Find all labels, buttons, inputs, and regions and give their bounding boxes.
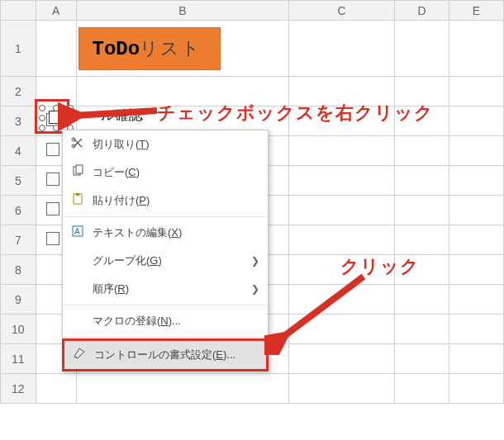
row-header-1[interactable]: 1 xyxy=(1,21,36,77)
format-icon xyxy=(73,347,86,360)
col-header-b[interactable]: B xyxy=(76,1,289,21)
context-menu: 切り取り(T) コピー(C) 貼り付け(P) A テキストの編集(X) グループ… xyxy=(62,130,269,371)
chevron-right-icon: ❯ xyxy=(251,255,259,267)
svg-rect-5 xyxy=(76,193,79,196)
paste-icon xyxy=(71,192,84,206)
col-header-c[interactable]: C xyxy=(289,1,395,21)
menu-copy-label: コピー(C) xyxy=(93,166,140,178)
col-header-e[interactable]: E xyxy=(449,1,503,21)
row-header-5[interactable]: 5 xyxy=(1,166,36,196)
checkbox-selected[interactable] xyxy=(42,108,70,128)
menu-edit-text-label: テキストの編集(X) xyxy=(93,226,182,239)
menu-order[interactable]: 順序(R) ❯ xyxy=(63,275,268,303)
checkbox-row5[interactable] xyxy=(46,173,59,186)
text-edit-icon: A xyxy=(71,225,84,238)
menu-cut-label: 切り取り(T) xyxy=(93,138,150,150)
row-header-7[interactable]: 7 xyxy=(1,225,36,255)
row-header-2[interactable]: 2 xyxy=(1,77,36,106)
menu-group-label: グループ化(G) xyxy=(93,254,162,267)
row-header-11[interactable]: 11 xyxy=(1,344,36,374)
svg-text:A: A xyxy=(74,227,80,236)
annotation-click: クリック xyxy=(340,254,420,279)
scissors-icon xyxy=(71,136,84,149)
menu-format-control[interactable]: コントロールの書式設定(E)... xyxy=(64,341,266,369)
row-header-4[interactable]: 4 xyxy=(1,136,36,166)
row-header-3[interactable]: 3 xyxy=(1,106,36,136)
row-header-8[interactable]: 8 xyxy=(1,255,36,285)
menu-cut[interactable]: 切り取り(T) xyxy=(63,130,268,158)
annotation-rightclick: チェックボックスを右クリック xyxy=(157,101,434,125)
menu-paste-label: 貼り付け(P) xyxy=(93,194,150,206)
todo-title: ToDoリスト xyxy=(78,27,221,70)
checkbox-row4[interactable] xyxy=(46,143,59,156)
col-header-a[interactable]: A xyxy=(36,1,76,21)
menu-copy[interactable]: コピー(C) xyxy=(63,158,268,187)
checkbox-row6[interactable] xyxy=(46,202,59,215)
col-header-d[interactable]: D xyxy=(394,1,449,21)
copy-icon xyxy=(71,164,84,177)
menu-edit-text[interactable]: A テキストの編集(X) xyxy=(63,219,268,247)
row-header-6[interactable]: 6 xyxy=(1,196,36,225)
chevron-right-icon: ❯ xyxy=(251,283,259,295)
row-header-12[interactable]: 12 xyxy=(1,374,36,404)
menu-order-label: 順序(R) xyxy=(93,282,129,295)
menu-macro-label: マクロの登録(N)... xyxy=(93,315,181,327)
svg-rect-3 xyxy=(76,165,83,173)
row-header-10[interactable]: 10 xyxy=(1,315,36,344)
menu-format-control-label: コントロールの書式設定(E)... xyxy=(94,348,235,361)
row-header-9[interactable]: 9 xyxy=(1,285,36,315)
task-text-fragment: ル確認 xyxy=(101,106,143,125)
selected-checkbox-highlight xyxy=(35,99,69,134)
checkbox-row7[interactable] xyxy=(46,232,59,245)
menu-format-highlight: コントロールの書式設定(E)... xyxy=(62,338,269,371)
menu-paste[interactable]: 貼り付け(P) xyxy=(63,187,268,215)
menu-group[interactable]: グループ化(G) ❯ xyxy=(63,247,268,275)
menu-macro[interactable]: マクロの登録(N)... xyxy=(63,307,268,335)
